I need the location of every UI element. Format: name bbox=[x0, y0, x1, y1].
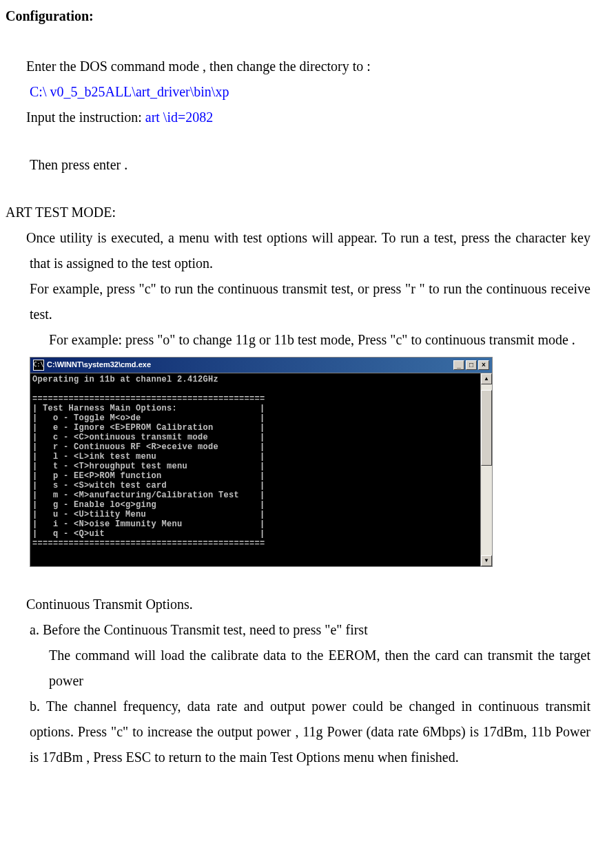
scroll-track[interactable] bbox=[481, 384, 492, 555]
terminal-title: C:\WINNT\system32\cmd.exe bbox=[47, 360, 453, 369]
step-1-path: C:\ v0_5_b25ALL\art_driver\bin\xp bbox=[6, 79, 590, 105]
section-heading: ART TEST MODE: bbox=[6, 200, 590, 225]
terminal-content[interactable]: Operating in 11b at channel 2.412GHz ===… bbox=[30, 373, 480, 566]
art-step-2c: The command will load the calibrate data… bbox=[6, 643, 590, 694]
step-2-command: art \id=2082 bbox=[145, 110, 214, 125]
step-2-text-b: Then press enter . bbox=[6, 152, 590, 178]
scroll-down-button[interactable]: ▼ bbox=[481, 555, 492, 566]
step-1: 1.Enter the DOS command mode , then chan… bbox=[6, 54, 590, 79]
maximize-button[interactable]: □ bbox=[466, 360, 477, 370]
list-number: 2. bbox=[6, 592, 26, 617]
list-number: 1. bbox=[6, 54, 26, 79]
art-step-2: 2.Continuous Transmit Options. bbox=[6, 592, 590, 617]
scroll-up-button[interactable]: ▲ bbox=[481, 373, 492, 384]
step-2: 2.Input the instruction: art \id=2082 bbox=[6, 105, 590, 130]
art-step-1c: For example: press "o" to change 11g or … bbox=[6, 327, 590, 353]
step-2-text-a: Input the instruction: bbox=[26, 110, 145, 125]
step-1-text: Enter the DOS command mode , then change… bbox=[26, 59, 371, 74]
terminal-window: C:\ C:\WINNT\system32\cmd.exe _ □ × Oper… bbox=[30, 357, 493, 567]
art-step-2d: b. The channel frequency, data rate and … bbox=[6, 694, 590, 770]
art-step-1a: Once utility is executed, a menu with te… bbox=[26, 230, 590, 271]
minimize-button[interactable]: _ bbox=[453, 360, 464, 370]
art-step-2b: a. Before the Continuous Transmit test, … bbox=[6, 617, 590, 643]
terminal-titlebar[interactable]: C:\ C:\WINNT\system32\cmd.exe _ □ × bbox=[30, 358, 492, 373]
list-number: 1. bbox=[6, 225, 26, 251]
art-step-1: 1.Once utility is executed, a menu with … bbox=[6, 225, 590, 276]
scrollbar[interactable]: ▲ ▼ bbox=[480, 373, 492, 566]
art-step-1b: For example, press "c" to run the contin… bbox=[6, 276, 590, 327]
close-button[interactable]: × bbox=[478, 360, 489, 370]
art-step-2a: Continuous Transmit Options. bbox=[26, 597, 193, 612]
scroll-thumb[interactable] bbox=[481, 390, 492, 466]
list-number: 2. bbox=[6, 105, 26, 130]
cmd-icon: C:\ bbox=[33, 360, 44, 371]
page-title: Configuration: bbox=[6, 3, 590, 29]
